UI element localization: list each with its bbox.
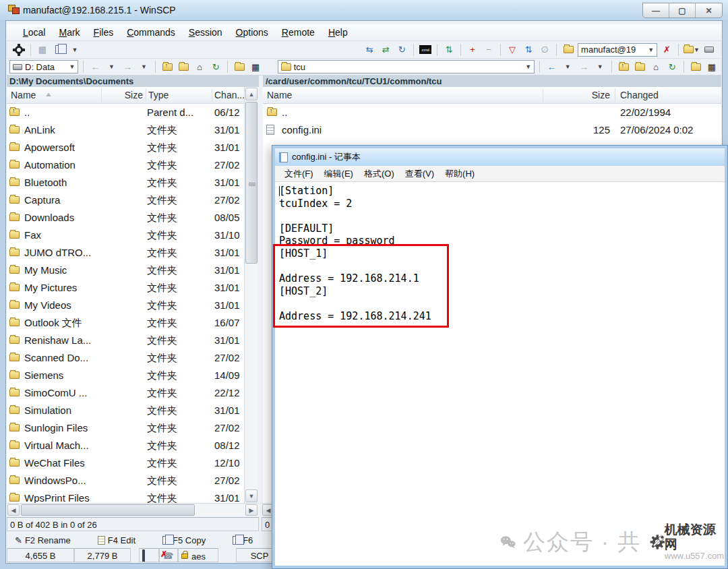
file-row[interactable]: Automation 文件夹 27/02	[7, 156, 244, 174]
local-tree-button[interactable]: ▦	[249, 60, 262, 73]
notepad-menu-item[interactable]: 帮助(H)	[439, 168, 480, 180]
select-add-button[interactable]: +	[466, 43, 479, 57]
menu-item[interactable]: Options	[229, 27, 275, 38]
remote-forward-history-button[interactable]: ▼	[593, 60, 607, 73]
file-row[interactable]: Fax 文件夹 31/10	[7, 227, 244, 244]
synchronize-button[interactable]: ⇄	[379, 43, 392, 57]
notepad-menu-item[interactable]: 编辑(E)	[319, 168, 359, 180]
remote-tree-button[interactable]: ▦	[705, 60, 719, 73]
notepad-text-area[interactable]: [Station]tcuIndex = 2[DEFAULT]Password =…	[275, 182, 725, 566]
file-row[interactable]: Virtual Mach... 文件夹 08/12	[7, 437, 244, 454]
menu-item[interactable]: Files	[87, 27, 121, 38]
file-row[interactable]: My Pictures 文件夹 31/01	[7, 279, 244, 297]
maximize-button[interactable]: ▢	[669, 3, 696, 18]
file-row[interactable]: WindowsPo... 文件夹 27/02	[7, 472, 244, 489]
file-row[interactable]: JUMO dTRO... 文件夹 31/01	[7, 244, 244, 262]
local-forward-button[interactable]: →	[121, 60, 134, 73]
preferences-button[interactable]	[12, 43, 26, 57]
scrollbar-thumb[interactable]	[21, 504, 195, 516]
local-vertical-scrollbar[interactable]: ▲ ▼	[244, 87, 257, 503]
local-horizontal-scrollbar[interactable]: ◀ ▶	[7, 503, 258, 516]
remote-back-history-button[interactable]: ▼	[561, 60, 574, 73]
f5-copy-button[interactable]: F5 Copy	[162, 535, 206, 545]
local-root-dir-button[interactable]	[177, 60, 190, 73]
remote-open-dir-button[interactable]	[689, 60, 702, 73]
file-row[interactable]: Sunlogin Files 文件夹 27/02	[7, 419, 244, 437]
new-session-button[interactable]	[562, 43, 575, 57]
toolbar-dropdown-arrow[interactable]: ▼	[68, 43, 82, 57]
file-row[interactable]: Renishaw La... 文件夹 31/01	[7, 332, 244, 349]
local-open-dir-button[interactable]	[233, 60, 246, 73]
transfer-settings-button[interactable]: ⇆	[363, 43, 376, 57]
local-home-dir-button[interactable]: ⌂	[193, 60, 206, 73]
drive-combo[interactable]: D: Data ▼	[9, 60, 78, 73]
open-directory-button[interactable]: ▼	[684, 43, 700, 57]
column-header-name[interactable]: Name	[267, 90, 292, 100]
notepad-menu-item[interactable]: 文件(F)	[279, 168, 319, 180]
remote-dir-combo[interactable]: tcu ▼	[278, 60, 535, 73]
f4-edit-button[interactable]: F4 Edit	[98, 535, 135, 545]
remote-home-dir-button[interactable]: ⌂	[649, 60, 663, 73]
remote-back-button[interactable]: ←	[545, 60, 558, 73]
file-row[interactable]: .. 22/02/1994	[263, 104, 721, 121]
filter-button[interactable]: ▽	[506, 43, 519, 57]
file-row[interactable]: My Music 文件夹 31/01	[7, 262, 244, 279]
scroll-left-arrow[interactable]: ◀	[7, 504, 20, 516]
file-row[interactable]: Siemens 文件夹 14/09	[7, 367, 244, 384]
file-row[interactable]: WeChat Files 文件夹 12/10	[7, 454, 244, 472]
local-back-history-button[interactable]: ▼	[104, 60, 118, 73]
menu-item[interactable]: Help	[322, 27, 355, 38]
menu-item[interactable]: Mark	[52, 27, 86, 38]
save-button[interactable]	[702, 43, 716, 57]
local-forward-history-button[interactable]: ▼	[137, 60, 150, 73]
notepad-menu-item[interactable]: 查看(V)	[400, 168, 439, 180]
file-row[interactable]: SimoComU ... 文件夹 22/12	[7, 384, 244, 402]
remote-forward-button[interactable]: →	[577, 60, 590, 73]
file-row[interactable]: AnLink 文件夹 31/01	[7, 121, 244, 139]
column-header-size[interactable]: Size	[102, 90, 143, 100]
console-status-cell[interactable]	[139, 548, 159, 562]
menu-item[interactable]: Session	[182, 27, 229, 38]
file-row[interactable]: Outlook 文件 文件夹 16/07	[7, 314, 244, 332]
remote-root-dir-button[interactable]	[633, 60, 646, 73]
menu-item[interactable]: Remote	[275, 27, 322, 38]
file-row[interactable]: Simulation 文件夹 31/01	[7, 402, 244, 419]
local-refresh-button[interactable]: ↻	[209, 60, 222, 73]
scroll-right-arrow[interactable]: ▶	[245, 504, 257, 516]
console-button[interactable]: cmd	[419, 43, 432, 57]
selection-invert-button[interactable]: ⇅	[522, 43, 535, 57]
notepad-menu-item[interactable]: 格式(O)	[359, 168, 400, 180]
copy-session-button[interactable]	[52, 43, 65, 57]
clear-selection-button[interactable]: ∅	[538, 43, 551, 57]
file-row[interactable]: Captura 文件夹 27/02	[7, 191, 244, 209]
file-row[interactable]: Scanned Do... 文件夹 27/02	[7, 349, 244, 367]
remote-parent-dir-button[interactable]	[617, 60, 630, 73]
close-button[interactable]: ✕	[696, 3, 722, 18]
session-disabled-button[interactable]: ▦	[36, 43, 49, 57]
remote-refresh-button[interactable]: ↻	[665, 60, 679, 73]
file-row[interactable]: config.ini 125 27/06/2024 0:02	[263, 121, 721, 139]
scroll-up-arrow[interactable]: ▲	[245, 88, 257, 100]
column-header-name[interactable]: Name	[11, 90, 36, 100]
file-row[interactable]: Downloads 文件夹 08/05	[7, 209, 244, 227]
file-row[interactable]: Bluetooth 文件夹 31/01	[7, 174, 244, 191]
menu-item[interactable]: Local	[16, 27, 52, 38]
column-header-size[interactable]: Size	[546, 90, 610, 100]
cipher-status-cell[interactable]: aes	[178, 548, 218, 562]
refresh-session-button[interactable]: ↻	[395, 43, 408, 57]
local-parent-dir-button[interactable]	[160, 60, 174, 73]
connection-status-cell[interactable]: ☎✗	[159, 548, 178, 562]
file-row[interactable]: My Videos 文件夹 31/01	[7, 297, 244, 314]
column-header-changed[interactable]: Chan...	[214, 90, 245, 100]
scroll-down-arrow[interactable]: ▼	[245, 489, 257, 502]
session-combo[interactable]: manufact@19 ▼	[578, 43, 657, 57]
f2-rename-button[interactable]: ✎F2 Rename	[15, 535, 71, 545]
select-remove-button[interactable]: −	[482, 43, 495, 57]
minimize-button[interactable]: —	[643, 3, 669, 18]
file-row[interactable]: WpsPrint Files 文件夹 31/01	[7, 489, 244, 503]
close-session-button[interactable]: ✗	[660, 43, 673, 57]
local-back-button[interactable]: ←	[88, 60, 102, 73]
scrollbar-thumb[interactable]	[245, 102, 257, 264]
column-header-changed[interactable]: Changed	[620, 90, 659, 100]
f6-move-button[interactable]: F6	[233, 535, 253, 545]
